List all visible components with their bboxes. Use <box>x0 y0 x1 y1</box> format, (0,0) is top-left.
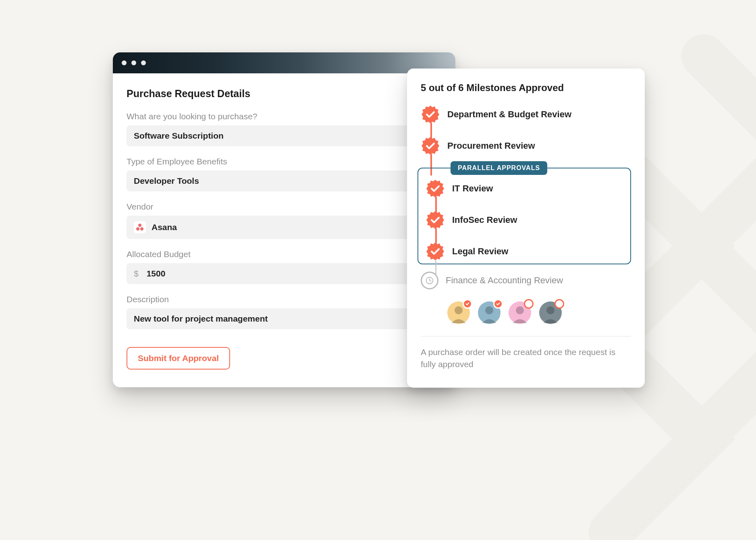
milestone-dept-budget: Department & Budget Review <box>421 105 631 124</box>
milestone-label: InfoSec Review <box>452 215 517 225</box>
milestone-infosec: InfoSec Review <box>426 210 623 230</box>
field-value-text: New tool for project management <box>134 314 268 324</box>
purchase-input[interactable]: Software Subscription <box>127 125 442 146</box>
asana-logo-icon <box>134 221 146 233</box>
window-dot <box>141 60 146 65</box>
field-value-text: Developer Tools <box>134 176 199 186</box>
check-badge-icon <box>426 210 445 230</box>
window-dot <box>131 60 136 65</box>
field-value-text: Software Subscription <box>134 131 224 141</box>
approved-check-icon <box>463 299 472 309</box>
svg-point-4 <box>455 306 463 314</box>
submit-for-approval-button[interactable]: Submit for Approval <box>127 347 230 370</box>
field-vendor: Vendor Asana <box>127 202 442 239</box>
milestone-label: Finance & Accounting Review <box>446 275 563 286</box>
vendor-input[interactable]: Asana <box>127 216 442 239</box>
pending-circle-icon <box>524 299 534 309</box>
milestone-label: Procurement Review <box>447 141 535 151</box>
check-badge-icon <box>426 179 445 198</box>
pending-circle-icon <box>555 299 564 309</box>
approved-check-icon <box>493 299 503 309</box>
approver-avatar <box>447 301 470 324</box>
panel-title: 5 out of 6 Milestones Approved <box>421 82 631 93</box>
milestone-label: IT Review <box>452 183 493 194</box>
approver-avatars <box>447 301 631 324</box>
check-badge-icon <box>426 242 445 261</box>
field-label: Type of Employee Benefits <box>127 157 442 166</box>
parallel-approvals-tag: PARALLEL APPROVALS <box>451 161 547 175</box>
window-titlebar <box>113 52 455 73</box>
check-badge-icon <box>421 105 440 124</box>
milestone-label: Legal Review <box>452 246 508 257</box>
window-dot <box>122 60 127 65</box>
milestones-panel: 5 out of 6 Milestones Approved Departmen… <box>407 69 645 388</box>
form-title: Purchase Request Details <box>127 88 442 100</box>
field-purchase: What are you looking to purchase? Softwa… <box>127 112 442 146</box>
divider <box>421 336 631 336</box>
field-benefits: Type of Employee Benefits Developer Tool… <box>127 157 442 191</box>
purchase-request-window: Purchase Request Details What are you lo… <box>113 52 455 387</box>
check-badge-icon <box>421 136 440 156</box>
field-label: Description <box>127 295 442 304</box>
milestone-it: IT Review <box>426 179 623 198</box>
field-label: Vendor <box>127 202 442 212</box>
currency-symbol: $ <box>134 269 139 278</box>
svg-point-6 <box>516 306 524 314</box>
clock-icon <box>421 272 438 289</box>
approver-avatar <box>478 301 501 324</box>
svg-point-7 <box>546 306 555 314</box>
benefits-input[interactable]: Developer Tools <box>127 170 442 191</box>
approver-avatar <box>539 301 562 324</box>
field-value-text: Asana <box>152 222 177 232</box>
budget-input[interactable]: $ 1500 <box>127 263 442 284</box>
field-label: What are you looking to purchase? <box>127 112 442 121</box>
field-label: Allocated Budget <box>127 249 442 259</box>
panel-footnote: A purchase order will be created once th… <box>421 346 631 371</box>
milestone-finance: Finance & Accounting Review <box>421 272 631 289</box>
approver-avatar <box>509 301 531 324</box>
parallel-approvals-group: PARALLEL APPROVALS IT Review InfoSec Rev… <box>417 168 631 264</box>
milestone-legal: Legal Review <box>426 242 623 261</box>
field-description: Description New tool for project managem… <box>127 295 442 329</box>
field-budget: Allocated Budget $ 1500 <box>127 249 442 284</box>
milestone-label: Department & Budget Review <box>447 109 571 120</box>
svg-point-5 <box>485 306 493 314</box>
field-value-text: 1500 <box>147 269 166 278</box>
milestone-procurement: Procurement Review <box>421 136 631 156</box>
description-input[interactable]: New tool for project management <box>127 308 442 329</box>
